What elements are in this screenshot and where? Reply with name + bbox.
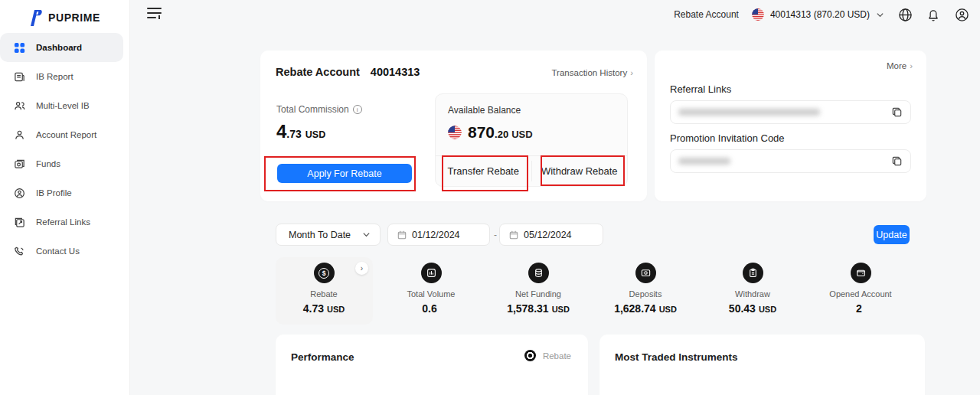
calendar-icon: [397, 230, 407, 240]
sidebar-item-contact-us[interactable]: Contact Us: [0, 237, 129, 266]
referral-links-label: Referral Links: [670, 83, 731, 95]
transfer-rebate-button[interactable]: Transfer Rebate: [436, 156, 531, 186]
transaction-history-link[interactable]: Transaction History ›: [552, 68, 633, 77]
dollar-ring-icon: $: [314, 263, 335, 283]
notifications-bell-icon[interactable]: [926, 7, 941, 22]
redacted-referral-link: [678, 109, 820, 116]
chevron-right-icon: ›: [630, 68, 633, 77]
date-to-input[interactable]: 05/12/2024: [499, 224, 603, 246]
available-balance-value: 870.20USD: [448, 123, 533, 142]
referral-link-field[interactable]: [670, 100, 911, 124]
date-from-input[interactable]: 01/12/2024: [387, 224, 490, 246]
report-document-icon: [13, 70, 26, 83]
us-flag-icon: [448, 126, 462, 139]
dashboard-grid-icon: [13, 41, 26, 54]
topbar-right: Rebate Account 40014313 (870.20 USD): [674, 5, 969, 24]
sidebar-item-label: Contact Us: [36, 246, 80, 256]
sidebar-item-account-report[interactable]: Account Report: [0, 120, 129, 149]
available-balance-box: Available Balance 870.20USD Transfer Reb…: [435, 93, 628, 187]
sidebar-item-multi-level-ib[interactable]: Multi-Level IB: [0, 91, 129, 120]
sidebar-item-dashboard[interactable]: Dashboard: [0, 33, 123, 62]
copy-icon[interactable]: [891, 155, 903, 167]
copy-icon[interactable]: [891, 106, 903, 118]
sidebar-item-label: Funds: [36, 159, 60, 168]
more-link[interactable]: More ›: [887, 61, 913, 70]
rebate-account-label: Rebate Account: [674, 9, 739, 20]
stat-rebate[interactable]: $ Rebate 4.73USD: [270, 263, 377, 315]
sidebar-item-label: Dashboard: [36, 43, 82, 52]
puprime-logo-icon: [26, 9, 43, 27]
chevron-down-icon: [876, 11, 884, 19]
rebate-card-title: Rebate Account: [276, 66, 360, 78]
sidebar-item-label: Multi-Level IB: [36, 101, 90, 110]
date-range-separator: -: [492, 224, 498, 246]
chevron-right-icon: ›: [910, 61, 913, 70]
rebate-account-number: 40014313: [371, 66, 420, 78]
most-traded-instruments-title: Most Traded Instruments: [615, 351, 738, 363]
sidebar-item-label: Referral Links: [36, 217, 90, 227]
performance-panel: Performance Rebate: [276, 335, 588, 395]
profile-circle-icon: [13, 187, 26, 200]
sidebar-item-referral-links[interactable]: Referral Links: [0, 207, 129, 237]
legend-label: Rebate: [543, 351, 571, 361]
us-flag-icon: [752, 8, 764, 21]
account-selector[interactable]: 40014313 (870.20 USD): [752, 8, 884, 21]
funds-money-icon: [13, 158, 26, 171]
sidebar-item-label: IB Report: [36, 72, 74, 81]
info-icon[interactable]: i: [353, 105, 362, 114]
performance-title: Performance: [291, 351, 354, 363]
referral-links-card: More › Referral Links Promotion Invitati…: [655, 51, 926, 201]
most-traded-instruments-panel: Most Traded Instruments: [599, 335, 925, 395]
performance-legend: Rebate: [524, 350, 571, 361]
sidebar-nav: Dashboard IB Report Multi-Level IB Accou…: [0, 33, 129, 266]
promotion-invitation-code-label: Promotion Invitation Code: [670, 132, 785, 144]
total-commission-label: Total Commission i: [276, 104, 362, 115]
sidebar: PUPRIME Dashboard IB Report Multi-Level …: [0, 0, 130, 395]
brand-logo: PUPRIME: [0, 0, 129, 29]
date-from-value: 01/12/2024: [412, 230, 460, 240]
calendar-icon: [509, 230, 518, 240]
stat-opened-account[interactable]: Opened Account 2: [807, 263, 914, 315]
stat-net-funding[interactable]: Net Funding 1,578.31USD: [485, 263, 592, 315]
bar-chart-icon: [421, 263, 442, 283]
sidebar-item-label: Account Report: [36, 130, 96, 139]
stat-deposits[interactable]: Deposits 1,628.74USD: [592, 263, 699, 315]
stat-withdraw[interactable]: Withdraw 50.43USD: [699, 263, 806, 315]
available-balance-label: Available Balance: [448, 105, 521, 116]
withdraw-rebate-button[interactable]: Withdraw Rebate: [532, 156, 628, 186]
language-globe-icon[interactable]: [897, 7, 913, 22]
receipt-icon: [743, 263, 763, 283]
apply-for-rebate-button[interactable]: Apply For Rebate: [277, 164, 412, 183]
total-commission-value: 4.73USD: [276, 121, 325, 142]
sidebar-item-ib-profile[interactable]: IB Profile: [0, 178, 129, 207]
phone-icon: [13, 245, 26, 258]
brand-name: PUPRIME: [48, 11, 100, 24]
person-icon: [13, 129, 26, 142]
people-icon: [13, 100, 26, 113]
stat-total-volume[interactable]: Total Volume 0.6: [377, 263, 485, 315]
sidebar-item-funds[interactable]: Funds: [0, 149, 129, 178]
update-button[interactable]: Update: [874, 225, 910, 244]
date-to-value: 05/12/2024: [524, 230, 572, 240]
rebate-legend-dot-icon: [524, 350, 536, 361]
banknote-icon: [635, 263, 656, 283]
chevron-down-icon: [362, 230, 371, 239]
promotion-code-field[interactable]: [670, 149, 911, 173]
date-range-select[interactable]: Month To Date: [276, 224, 381, 246]
referral-link-icon: [13, 216, 26, 229]
wallet-icon: [851, 263, 871, 283]
date-range-value: Month To Date: [289, 230, 351, 240]
coins-icon: [528, 263, 549, 283]
menu-toggle-icon[interactable]: [147, 8, 164, 21]
account-number-balance: 40014313 (870.20 USD): [770, 9, 870, 20]
sidebar-item-label: IB Profile: [36, 188, 72, 198]
redacted-promotion-code: [678, 158, 730, 165]
rebate-account-card: Rebate Account 40014313 Transaction Hist…: [260, 51, 647, 201]
sidebar-item-ib-report[interactable]: IB Report: [0, 62, 129, 91]
user-profile-icon[interactable]: [954, 7, 969, 22]
